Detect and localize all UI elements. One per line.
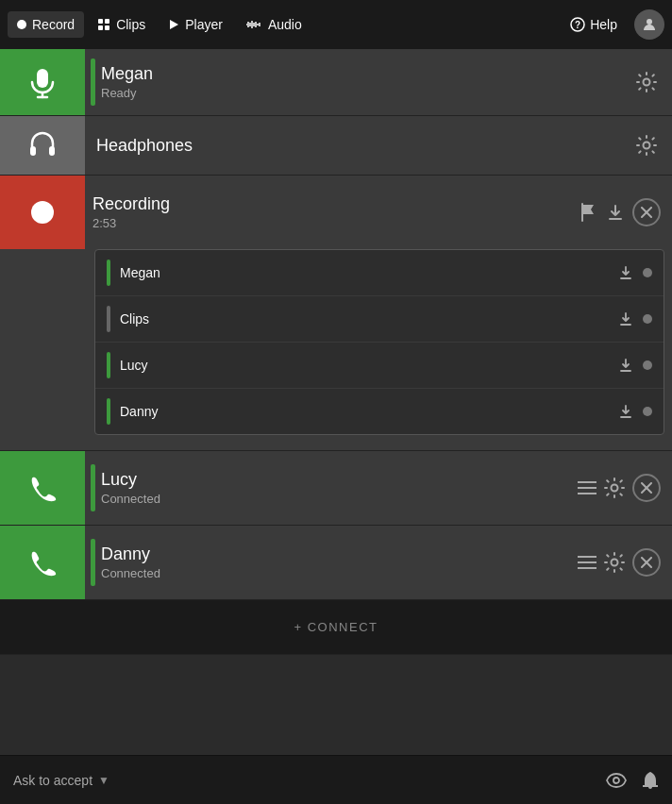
recording-download-icon[interactable]	[606, 203, 625, 222]
rec-clips-indicator	[107, 306, 110, 332]
lucy-name: Lucy	[101, 470, 578, 490]
lucy-thumb	[0, 451, 85, 525]
recording-flag-icon[interactable]	[580, 203, 596, 222]
rec-clips-name: Clips	[120, 311, 618, 327]
clips-icon	[97, 18, 110, 31]
rec-danny-name: Danny	[120, 404, 618, 419]
ask-to-accept-control[interactable]: Ask to accept ▼	[13, 773, 109, 788]
megan-settings-icon[interactable]	[632, 68, 661, 96]
danny-settings-icon[interactable]	[604, 552, 625, 573]
headphones-track-info: Headphones	[85, 128, 632, 163]
rec-lucy-name: Lucy	[120, 358, 618, 373]
lucy-settings-icon[interactable]	[604, 477, 625, 498]
recording-actions	[580, 198, 672, 226]
svg-rect-1	[98, 19, 103, 24]
megan-status: Ready	[101, 86, 632, 100]
top-navigation: Record Clips Player	[0, 0, 672, 49]
megan-track-info: Megan Ready	[101, 57, 632, 108]
nav-record[interactable]: Record	[8, 11, 84, 38]
rec-danny-download-icon[interactable]	[618, 404, 633, 419]
headphones-thumb-gray	[0, 116, 85, 175]
recording-close-button[interactable]	[632, 198, 661, 226]
rec-megan-name: Megan	[120, 265, 618, 280]
nav-right-actions: ? Help	[561, 9, 664, 40]
danny-status: Connected	[101, 566, 578, 580]
audio-icon	[245, 20, 262, 29]
rec-megan-status-dot	[643, 268, 652, 277]
lucy-track-info: Lucy Connected	[101, 462, 578, 513]
rec-lucy-status-dot	[643, 360, 652, 370]
megan-track-actions	[632, 68, 672, 96]
ask-to-accept-chevron-icon: ▼	[98, 774, 109, 787]
connect-label: + CONNECT	[294, 620, 378, 634]
danny-track-info: Danny Connected	[101, 537, 578, 588]
recording-label: Recording	[92, 194, 580, 214]
microphone-track-row: Megan Ready	[0, 49, 672, 116]
danny-call-actions	[578, 548, 672, 577]
recording-section: Recording 2:53	[0, 176, 672, 451]
svg-point-21	[644, 79, 650, 86]
svg-point-41	[613, 778, 619, 783]
nav-player[interactable]: Player	[159, 11, 232, 38]
svg-rect-23	[49, 146, 55, 156]
bell-icon[interactable]	[642, 771, 659, 790]
recording-thumb	[0, 176, 85, 249]
headphones-name: Headphones	[96, 136, 632, 156]
rec-megan-actions	[618, 265, 652, 280]
rec-lucy-download-icon[interactable]	[618, 358, 633, 373]
help-label: Help	[590, 17, 617, 32]
svg-text:?: ?	[575, 20, 580, 30]
lucy-status: Connected	[101, 492, 578, 506]
lucy-menu-icon[interactable]	[578, 480, 596, 495]
danny-indicator	[91, 539, 95, 586]
svg-rect-4	[105, 25, 109, 30]
help-button[interactable]: ? Help	[561, 12, 627, 37]
recording-thumb-red	[0, 176, 85, 249]
eye-icon[interactable]	[606, 773, 627, 788]
rec-danny-status-dot	[643, 407, 652, 416]
danny-close-button[interactable]	[632, 548, 661, 577]
svg-point-32	[612, 485, 618, 492]
rec-clips-download-icon[interactable]	[618, 311, 633, 327]
svg-point-25	[31, 201, 54, 224]
bottom-right-actions	[606, 771, 659, 790]
svg-point-38	[612, 560, 618, 566]
rec-clips-actions	[618, 311, 652, 327]
rec-megan-download-icon[interactable]	[618, 265, 633, 280]
svg-rect-3	[98, 25, 103, 30]
svg-rect-2	[105, 19, 109, 24]
danny-name: Danny	[101, 544, 578, 564]
rec-track-row: Lucy	[95, 343, 664, 389]
microphone-thumb-green	[0, 49, 85, 115]
nav-player-label: Player	[185, 17, 223, 32]
rec-clips-status-dot	[643, 314, 652, 324]
danny-call-row: Danny Connected	[0, 526, 672, 600]
rec-lucy-actions	[618, 358, 652, 373]
microphone-thumb	[0, 49, 85, 115]
main-content: Megan Ready Headphones	[0, 49, 672, 655]
recording-track-list: Megan Clips	[94, 249, 664, 435]
svg-rect-18	[37, 69, 48, 88]
connect-button[interactable]: + CONNECT	[0, 600, 672, 655]
lucy-close-button[interactable]	[632, 474, 661, 502]
nav-record-label: Record	[32, 17, 75, 32]
rec-danny-indicator	[107, 398, 110, 425]
bottom-bar: Ask to accept ▼	[0, 755, 672, 804]
svg-point-0	[17, 20, 26, 29]
danny-menu-icon[interactable]	[578, 555, 596, 570]
svg-point-24	[644, 142, 650, 149]
recording-track-info: Recording 2:53	[85, 187, 580, 238]
lucy-call-actions	[578, 474, 672, 502]
player-icon	[168, 19, 179, 30]
user-profile-button[interactable]	[634, 9, 664, 40]
headphones-track-row: Headphones	[0, 116, 672, 176]
ask-to-accept-label: Ask to accept	[13, 773, 92, 788]
danny-thumb	[0, 526, 85, 599]
rec-track-row: Clips	[95, 296, 664, 343]
headphones-settings-icon[interactable]	[632, 131, 661, 159]
nav-clips[interactable]: Clips	[88, 11, 155, 38]
svg-marker-5	[170, 20, 178, 29]
rec-track-row: Danny	[95, 389, 664, 434]
lucy-call-row: Lucy Connected	[0, 451, 672, 526]
nav-audio[interactable]: Audio	[236, 11, 311, 38]
